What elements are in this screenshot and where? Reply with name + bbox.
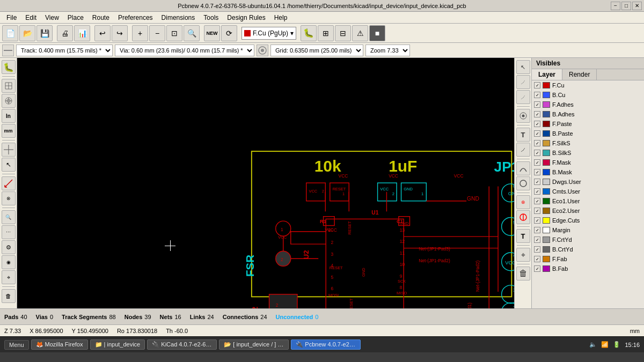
menu-route[interactable]: Route: [88, 13, 114, 23]
taskbar-terminal[interactable]: 📂 [ input_device / ] (/ho...: [219, 339, 289, 350]
pcb-canvas[interactable]: FSR R2 U2 10k 1uF JP1 VCC VCC VCC GND VC…: [17, 58, 514, 308]
layer-visibility-button[interactable]: ✓: [534, 111, 540, 117]
layer-row[interactable]: ✓B.Adhes: [532, 109, 644, 119]
menu-view[interactable]: View: [41, 13, 63, 23]
circle-tool[interactable]: [516, 176, 530, 190]
layer-row[interactable]: ✓F.Cu: [532, 80, 644, 90]
settings-tool[interactable]: ⚙: [2, 240, 16, 254]
delete-tool[interactable]: 🗑: [516, 267, 530, 280]
layer-row[interactable]: ✓F.Paste: [532, 119, 644, 129]
layer-row[interactable]: ✓B.Cu: [532, 90, 644, 100]
layer-dropdown-icon[interactable]: ▾: [290, 29, 294, 37]
units-button[interactable]: mm: [2, 124, 16, 138]
menu-tools[interactable]: Tools: [199, 13, 223, 23]
show-3d[interactable]: ■: [369, 25, 385, 41]
more-tools[interactable]: ⋯: [2, 225, 16, 239]
full-cursor-button[interactable]: [2, 143, 16, 157]
pad-tool[interactable]: ◉: [2, 255, 16, 269]
grid-select[interactable]: Grid: 0.6350 mm (25.00 mils): [270, 45, 363, 56]
layer-row[interactable]: ✓B.SilkS: [532, 148, 644, 158]
new-button[interactable]: 📄: [2, 25, 18, 41]
zoom-select[interactable]: Zoom 7.33: [365, 45, 410, 56]
layer-visibility-button[interactable]: ✓: [534, 179, 540, 185]
highlight-net-button[interactable]: 🐛: [2, 60, 16, 74]
layer-visibility-button[interactable]: ✓: [534, 256, 540, 262]
menu-help[interactable]: Help: [270, 13, 292, 23]
menu-place[interactable]: Place: [63, 13, 88, 23]
layer-visibility-button[interactable]: ✓: [534, 159, 540, 166]
pointer-tool[interactable]: ↖: [2, 158, 16, 172]
microwave-tool[interactable]: ⊗: [2, 191, 16, 205]
layer-row[interactable]: ✓Edge.Cuts: [532, 216, 644, 225]
layer-row[interactable]: ✓B.Paste: [532, 129, 644, 138]
layer-visibility-button[interactable]: ✓: [534, 101, 540, 108]
origin-tool[interactable]: ⌖: [2, 270, 16, 284]
open-button[interactable]: 📂: [19, 25, 35, 41]
add-via-tool[interactable]: [516, 109, 530, 123]
drc2-button[interactable]: ⚠: [352, 25, 368, 41]
layer-visibility-button[interactable]: ✓: [534, 217, 540, 224]
layer-visibility-button[interactable]: ✓: [534, 140, 540, 146]
layer-row[interactable]: ✓Eco2.User: [532, 206, 644, 216]
track-select[interactable]: Track: 0.400 mm (15.75 mils) *: [16, 45, 113, 56]
menu-edit[interactable]: Edit: [21, 13, 41, 23]
layer-row[interactable]: ✓F.Adhes: [532, 100, 644, 109]
layer-row[interactable]: ✓Cmts.User: [532, 187, 644, 196]
layer-visibility-button[interactable]: ✓: [534, 92, 540, 98]
tab-render[interactable]: Render: [562, 69, 597, 80]
layer-row[interactable]: ✓Margin: [532, 225, 644, 235]
taskbar-firefox[interactable]: 🦊 Mozilla Firefox: [31, 339, 88, 350]
plot-button[interactable]: 📊: [74, 25, 90, 41]
add-line-tool[interactable]: ⟋: [516, 143, 530, 157]
menu-button[interactable]: Menu: [4, 340, 29, 350]
zoom-out-button[interactable]: −: [149, 25, 165, 41]
layer-selector[interactable]: F.Cu (PgUp) ▾: [241, 27, 296, 40]
layer-row[interactable]: ✓F.Mask: [532, 158, 644, 167]
layer-visibility-button[interactable]: ✓: [534, 82, 540, 88]
save-button[interactable]: 💾: [36, 25, 53, 41]
align-button[interactable]: ⊟: [335, 25, 351, 41]
rulers-button[interactable]: In: [2, 109, 16, 123]
layer-visibility-button[interactable]: ✓: [534, 237, 540, 243]
layer-row[interactable]: ✓B.CrtYd: [532, 245, 644, 254]
select-tool[interactable]: ↖: [516, 60, 530, 74]
origin-set-tool[interactable]: ⌖: [516, 248, 530, 262]
minimize-button[interactable]: −: [611, 2, 620, 10]
footprint-grid[interactable]: ⊞: [318, 25, 334, 41]
layer-visibility-button[interactable]: ✓: [534, 246, 540, 253]
grid-button[interactable]: [2, 79, 16, 93]
layer-visibility-button[interactable]: ✓: [534, 198, 540, 204]
menu-preferences[interactable]: Preferences: [114, 13, 157, 23]
route-single-tool[interactable]: ⟋: [516, 75, 530, 89]
layer-row[interactable]: ✓B.Fab: [532, 264, 644, 274]
route-diff-tool[interactable]: ⟋: [516, 90, 530, 104]
pcb-view[interactable]: FSR R2 U2 10k 1uF JP1 VCC VCC VCC GND VC…: [17, 58, 514, 308]
taskbar-input-device-folder[interactable]: 📁 | input_device: [90, 339, 145, 350]
zoom-select-tool[interactable]: 🔍: [2, 210, 16, 224]
zoom-fit-button[interactable]: ⊡: [166, 25, 182, 41]
menu-design-rules[interactable]: Design Rules: [223, 13, 269, 23]
dimension-tool[interactable]: T: [516, 229, 530, 243]
add-text-tool[interactable]: T: [516, 128, 530, 142]
layer-visibility-button[interactable]: ✓: [534, 150, 540, 156]
layer-row[interactable]: ✓Eco1.User: [532, 196, 644, 206]
polar-grid-button[interactable]: [2, 94, 16, 108]
taskbar-kicad[interactable]: 🔌 KiCad 4.0.7-e2-6376...: [147, 339, 217, 350]
maximize-button[interactable]: □: [621, 2, 631, 10]
layer-visibility-button[interactable]: ✓: [534, 121, 540, 127]
microwave2-tool[interactable]: [516, 210, 530, 224]
layer-row[interactable]: ✓B.Mask: [532, 167, 644, 177]
undo-button[interactable]: ↩: [94, 25, 111, 41]
layer-visibility-button[interactable]: ✓: [534, 227, 540, 233]
layer-visibility-button[interactable]: ✓: [534, 208, 540, 214]
layer-visibility-button[interactable]: ✓: [534, 169, 540, 175]
zoom-area-button[interactable]: 🔍: [184, 25, 200, 41]
layer-visibility-button[interactable]: ✓: [534, 130, 540, 137]
redo-button[interactable]: ↪: [112, 25, 128, 41]
layer-row[interactable]: ✓F.Fab: [532, 254, 644, 264]
tab-layer[interactable]: Layer: [532, 69, 562, 80]
trash-tool[interactable]: 🗑: [2, 289, 16, 303]
menu-file[interactable]: File: [2, 13, 21, 23]
print-button[interactable]: 🖨: [57, 25, 73, 41]
close-button[interactable]: ✕: [632, 2, 642, 10]
